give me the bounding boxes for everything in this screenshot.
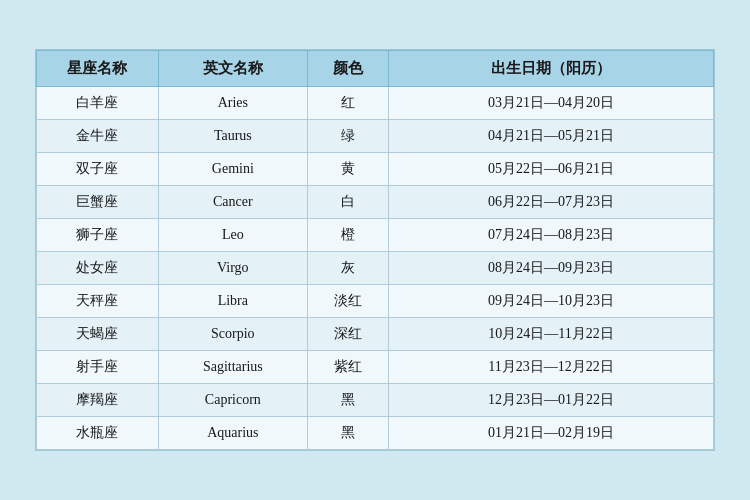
cell-date: 05月22日—06月21日 [389, 153, 714, 186]
cell-date: 07月24日—08月23日 [389, 219, 714, 252]
cell-english: Leo [158, 219, 307, 252]
cell-color: 深红 [307, 318, 388, 351]
zodiac-table-container: 星座名称 英文名称 颜色 出生日期（阳历） 白羊座Aries红03月21日—04… [35, 49, 715, 451]
cell-color: 白 [307, 186, 388, 219]
table-header-row: 星座名称 英文名称 颜色 出生日期（阳历） [37, 51, 714, 87]
cell-color: 黑 [307, 384, 388, 417]
table-row: 金牛座Taurus绿04月21日—05月21日 [37, 120, 714, 153]
cell-color: 灰 [307, 252, 388, 285]
header-date: 出生日期（阳历） [389, 51, 714, 87]
cell-color: 红 [307, 87, 388, 120]
cell-chinese: 天蝎座 [37, 318, 159, 351]
cell-date: 01月21日—02月19日 [389, 417, 714, 450]
cell-english: Scorpio [158, 318, 307, 351]
cell-chinese: 天秤座 [37, 285, 159, 318]
table-row: 摩羯座Capricorn黑12月23日—01月22日 [37, 384, 714, 417]
cell-english: Cancer [158, 186, 307, 219]
cell-color: 绿 [307, 120, 388, 153]
cell-chinese: 摩羯座 [37, 384, 159, 417]
header-color: 颜色 [307, 51, 388, 87]
cell-chinese: 水瓶座 [37, 417, 159, 450]
cell-english: Virgo [158, 252, 307, 285]
table-row: 狮子座Leo橙07月24日—08月23日 [37, 219, 714, 252]
cell-chinese: 巨蟹座 [37, 186, 159, 219]
cell-english: Aries [158, 87, 307, 120]
table-row: 白羊座Aries红03月21日—04月20日 [37, 87, 714, 120]
header-chinese: 星座名称 [37, 51, 159, 87]
cell-english: Capricorn [158, 384, 307, 417]
table-row: 天蝎座Scorpio深红10月24日—11月22日 [37, 318, 714, 351]
cell-color: 紫红 [307, 351, 388, 384]
zodiac-table: 星座名称 英文名称 颜色 出生日期（阳历） 白羊座Aries红03月21日—04… [36, 50, 714, 450]
table-row: 处女座Virgo灰08月24日—09月23日 [37, 252, 714, 285]
cell-english: Sagittarius [158, 351, 307, 384]
cell-chinese: 白羊座 [37, 87, 159, 120]
cell-color: 黑 [307, 417, 388, 450]
table-row: 水瓶座Aquarius黑01月21日—02月19日 [37, 417, 714, 450]
cell-color: 黄 [307, 153, 388, 186]
table-row: 天秤座Libra淡红09月24日—10月23日 [37, 285, 714, 318]
cell-chinese: 双子座 [37, 153, 159, 186]
cell-english: Libra [158, 285, 307, 318]
cell-date: 03月21日—04月20日 [389, 87, 714, 120]
table-row: 射手座Sagittarius紫红11月23日—12月22日 [37, 351, 714, 384]
header-english: 英文名称 [158, 51, 307, 87]
table-body: 白羊座Aries红03月21日—04月20日金牛座Taurus绿04月21日—0… [37, 87, 714, 450]
table-row: 双子座Gemini黄05月22日—06月21日 [37, 153, 714, 186]
cell-date: 11月23日—12月22日 [389, 351, 714, 384]
cell-date: 04月21日—05月21日 [389, 120, 714, 153]
cell-date: 12月23日—01月22日 [389, 384, 714, 417]
cell-chinese: 处女座 [37, 252, 159, 285]
cell-chinese: 射手座 [37, 351, 159, 384]
cell-chinese: 金牛座 [37, 120, 159, 153]
cell-date: 10月24日—11月22日 [389, 318, 714, 351]
cell-color: 淡红 [307, 285, 388, 318]
cell-english: Aquarius [158, 417, 307, 450]
cell-date: 06月22日—07月23日 [389, 186, 714, 219]
cell-date: 08月24日—09月23日 [389, 252, 714, 285]
cell-english: Gemini [158, 153, 307, 186]
cell-chinese: 狮子座 [37, 219, 159, 252]
cell-english: Taurus [158, 120, 307, 153]
cell-color: 橙 [307, 219, 388, 252]
table-row: 巨蟹座Cancer白06月22日—07月23日 [37, 186, 714, 219]
cell-date: 09月24日—10月23日 [389, 285, 714, 318]
